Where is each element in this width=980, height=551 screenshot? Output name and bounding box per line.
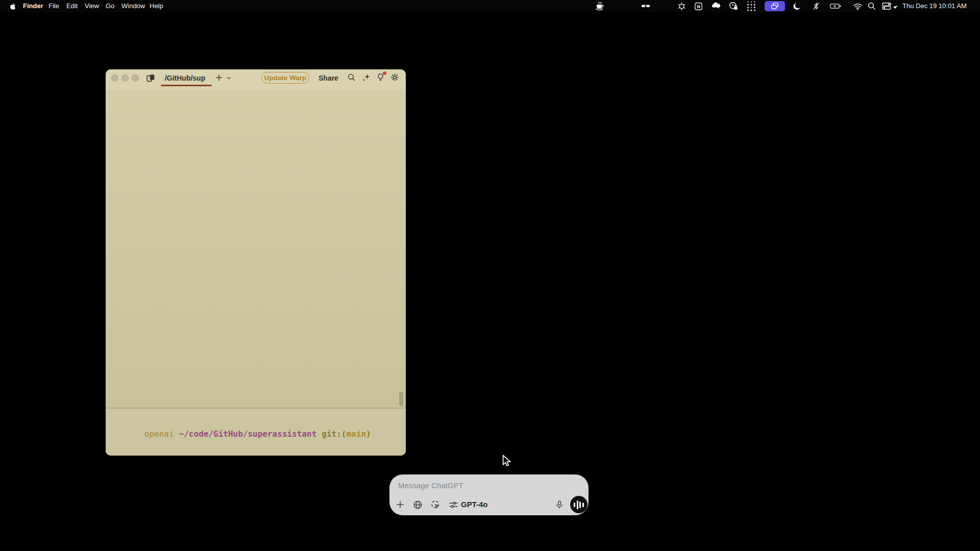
zoom-button[interactable] bbox=[132, 74, 139, 82]
menu-item-view[interactable]: View bbox=[85, 0, 99, 12]
waveform-bar bbox=[574, 503, 575, 507]
message-input[interactable]: Message ChatGPT bbox=[398, 481, 463, 490]
menu-item-help[interactable]: Help bbox=[150, 0, 163, 12]
tools-sliders-icon[interactable] bbox=[447, 498, 460, 511]
dots-grid-icon[interactable] bbox=[745, 0, 758, 12]
glasses-icon[interactable] bbox=[639, 0, 652, 12]
focus-moon-icon[interactable] bbox=[790, 0, 803, 12]
tab-warp[interactable]: ./GitHub/sup bbox=[162, 72, 205, 84]
active-tab-indicator bbox=[161, 85, 212, 86]
cloudflare-warp-icon[interactable] bbox=[709, 0, 723, 12]
window-manager-icon[interactable] bbox=[765, 1, 785, 11]
waveform-bar bbox=[577, 500, 578, 509]
notification-dot bbox=[383, 71, 386, 75]
chatgpt-launcher-bar: Message ChatGPT GPT-4o bbox=[389, 474, 589, 515]
terminal-scrollbar[interactable] bbox=[399, 392, 403, 406]
tab-title-prefix: . bbox=[162, 74, 164, 82]
tab-list-chevron-icon[interactable] bbox=[226, 75, 232, 81]
menu-item-finder[interactable]: Finder bbox=[23, 0, 43, 12]
model-selector[interactable]: GPT-4o bbox=[461, 500, 488, 509]
menu-bar: Finder File Edit View Go Window Help bbox=[0, 0, 980, 12]
spotlight-search-icon[interactable] bbox=[865, 0, 878, 12]
new-tab-icon[interactable] bbox=[214, 73, 224, 82]
apple-logo-icon bbox=[9, 2, 17, 11]
menu-clock[interactable]: Thu Dec 19 10:01 AM bbox=[902, 0, 967, 12]
tab-title-text: /GitHub/sup bbox=[165, 74, 205, 82]
menu-item-window[interactable]: Window bbox=[121, 0, 145, 12]
notion-icon[interactable]: N bbox=[692, 0, 705, 12]
web-search-globe-icon[interactable] bbox=[411, 498, 424, 511]
attach-plus-icon[interactable] bbox=[394, 498, 407, 511]
wifi-icon[interactable] bbox=[851, 0, 864, 12]
minimize-button[interactable] bbox=[121, 74, 129, 82]
microphone-icon[interactable] bbox=[553, 498, 566, 511]
waveform-bar bbox=[579, 502, 581, 508]
warp-terminal-window: ./GitHub/sup Update Warp Share bbox=[106, 69, 406, 456]
privacy-lock-icon[interactable] bbox=[727, 0, 740, 12]
menu-item-go[interactable]: Go bbox=[106, 0, 114, 12]
screen-capture-icon[interactable] bbox=[429, 498, 442, 511]
pointer-badge-icon bbox=[891, 0, 899, 12]
coffee-cup-icon[interactable] bbox=[593, 0, 606, 12]
close-button[interactable] bbox=[111, 74, 118, 82]
panels-bookmark-icon[interactable] bbox=[145, 72, 156, 84]
waveform-bar bbox=[582, 503, 584, 507]
share-button[interactable]: Share bbox=[318, 73, 338, 83]
menu-item-file[interactable]: File bbox=[48, 0, 59, 12]
prompt-git-suffix: ) bbox=[366, 429, 371, 439]
update-warp-button[interactable]: Update Warp bbox=[261, 72, 309, 84]
shell-prompt[interactable]: openai~/code/GitHub/superassistantgit:(m… bbox=[115, 417, 371, 451]
mouse-cursor bbox=[500, 454, 513, 470]
ai-sparkle-icon[interactable] bbox=[361, 72, 371, 82]
prompt-git-prefix: git:( bbox=[322, 429, 346, 439]
prompt-git-branch: main bbox=[346, 429, 366, 439]
battery-charging-icon[interactable] bbox=[829, 0, 842, 12]
notion-glyph: N bbox=[697, 4, 700, 9]
terminal-content-area[interactable] bbox=[106, 90, 406, 408]
voice-mode-button[interactable] bbox=[570, 496, 587, 513]
apple-menu[interactable] bbox=[6, 0, 19, 12]
prompt-path: ~/code/GitHub/superassistant bbox=[179, 429, 317, 439]
prompt-user: openai bbox=[144, 429, 174, 439]
openai-icon[interactable] bbox=[675, 0, 688, 12]
bluetooth-off-icon[interactable] bbox=[810, 0, 823, 12]
desktop-background: Finder File Edit View Go Window Help bbox=[0, 0, 980, 551]
search-icon[interactable] bbox=[347, 72, 356, 82]
menu-item-edit[interactable]: Edit bbox=[66, 0, 78, 12]
settings-gear-icon[interactable] bbox=[390, 72, 400, 82]
